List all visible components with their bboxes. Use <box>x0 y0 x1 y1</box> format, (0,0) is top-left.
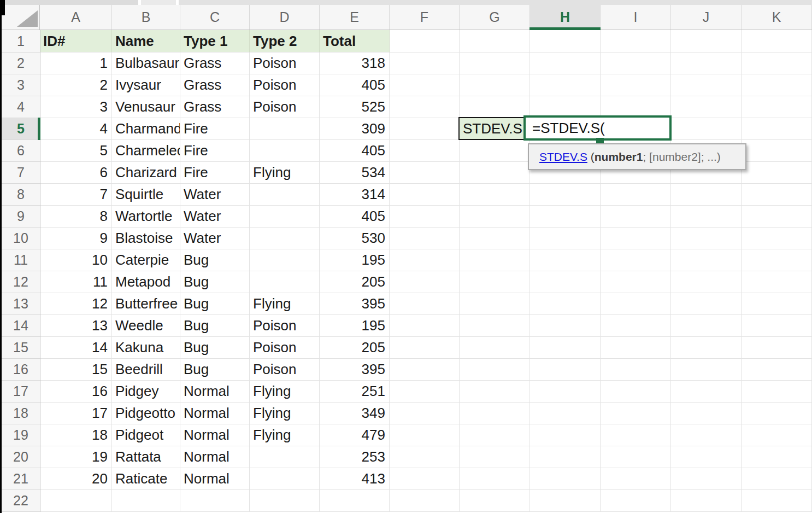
cell-J11[interactable] <box>671 249 742 271</box>
cell-H21[interactable] <box>530 468 601 490</box>
column-header-A[interactable]: A <box>40 5 112 30</box>
row-header-4[interactable]: 4 <box>2 96 40 118</box>
cell-I15[interactable] <box>601 337 671 359</box>
column-header-E[interactable]: E <box>320 5 390 30</box>
cell-E2[interactable]: 318 <box>320 53 390 74</box>
cell-D4[interactable]: Poison <box>250 96 320 118</box>
cell-I1[interactable] <box>601 30 671 53</box>
cell-I9[interactable] <box>601 206 671 228</box>
cell-E3[interactable]: 405 <box>320 74 390 96</box>
cell-G13[interactable] <box>460 293 530 315</box>
cell-B3[interactable]: Ivysaur <box>112 74 180 96</box>
cell-H8[interactable] <box>530 184 601 206</box>
cell-K1[interactable] <box>742 30 812 53</box>
cell-C1[interactable]: Type 1 <box>180 30 250 53</box>
cell-J2[interactable] <box>671 53 742 74</box>
cell-J19[interactable] <box>671 424 742 446</box>
cell-F9[interactable] <box>390 206 460 228</box>
cell-B1[interactable]: Name <box>112 30 180 53</box>
cell-K13[interactable] <box>742 293 812 315</box>
cell-C8[interactable]: Water <box>180 184 250 206</box>
row-header-10[interactable]: 10 <box>2 228 40 249</box>
cell-H11[interactable] <box>530 249 601 271</box>
cell-I12[interactable] <box>601 271 671 293</box>
cell-A13[interactable]: 12 <box>40 293 112 315</box>
cell-G3[interactable] <box>460 74 530 96</box>
cell-B11[interactable]: Caterpie <box>112 249 180 271</box>
cell-J21[interactable] <box>671 468 742 490</box>
cell-B19[interactable]: Pidgeot <box>112 424 180 446</box>
cell-H16[interactable] <box>530 359 601 381</box>
cell-J5[interactable] <box>671 118 742 140</box>
column-header-F[interactable]: F <box>390 5 460 30</box>
cell-K3[interactable] <box>742 74 812 96</box>
cell-C20[interactable]: Normal <box>180 446 250 468</box>
cell-C9[interactable]: Water <box>180 206 250 228</box>
cell-E1[interactable]: Total <box>320 30 390 53</box>
cell-D6[interactable] <box>250 140 320 162</box>
cell-F1[interactable] <box>390 30 460 53</box>
cell-J14[interactable] <box>671 315 742 337</box>
row-header-3[interactable]: 3 <box>2 74 40 96</box>
cell-D16[interactable]: Poison <box>250 359 320 381</box>
cell-A8[interactable]: 7 <box>40 184 112 206</box>
cell-D11[interactable] <box>250 249 320 271</box>
column-header-B[interactable]: B <box>112 5 180 30</box>
cell-D18[interactable]: Flying <box>250 403 320 424</box>
cell-A4[interactable]: 3 <box>40 96 112 118</box>
cell-I21[interactable] <box>601 468 671 490</box>
cell-D20[interactable] <box>250 446 320 468</box>
cell-E14[interactable]: 195 <box>320 315 390 337</box>
row-header-20[interactable]: 20 <box>2 446 40 468</box>
cell-C2[interactable]: Grass <box>180 53 250 74</box>
cell-J9[interactable] <box>671 206 742 228</box>
cell-I16[interactable] <box>601 359 671 381</box>
cell-B6[interactable]: Charmeleon <box>112 140 180 162</box>
cell-B8[interactable]: Squirtle <box>112 184 180 206</box>
cell-F10[interactable] <box>390 228 460 249</box>
cell-F20[interactable] <box>390 446 460 468</box>
cell-G15[interactable] <box>460 337 530 359</box>
cell-I18[interactable] <box>601 403 671 424</box>
row-header-13[interactable]: 13 <box>2 293 40 315</box>
cell-E22[interactable] <box>320 490 390 512</box>
cell-G14[interactable] <box>460 315 530 337</box>
cell-E8[interactable]: 314 <box>320 184 390 206</box>
cell-A15[interactable]: 14 <box>40 337 112 359</box>
cell-A3[interactable]: 2 <box>40 74 112 96</box>
cell-C12[interactable]: Bug <box>180 271 250 293</box>
cell-H1[interactable] <box>530 30 601 53</box>
cell-F19[interactable] <box>390 424 460 446</box>
cell-D3[interactable]: Poison <box>250 74 320 96</box>
cell-B13[interactable]: Butterfree <box>112 293 180 315</box>
cell-F15[interactable] <box>390 337 460 359</box>
cell-K19[interactable] <box>742 424 812 446</box>
cell-C3[interactable]: Grass <box>180 74 250 96</box>
cell-H18[interactable] <box>530 403 601 424</box>
cell-C18[interactable]: Normal <box>180 403 250 424</box>
cell-J3[interactable] <box>671 74 742 96</box>
cell-H4[interactable] <box>530 96 601 118</box>
cell-G16[interactable] <box>460 359 530 381</box>
cell-G21[interactable] <box>460 468 530 490</box>
cell-D14[interactable]: Poison <box>250 315 320 337</box>
cell-C15[interactable]: Bug <box>180 337 250 359</box>
cell-J20[interactable] <box>671 446 742 468</box>
cell-H20[interactable] <box>530 446 601 468</box>
cell-C22[interactable] <box>180 490 250 512</box>
cell-G22[interactable] <box>460 490 530 512</box>
cell-F8[interactable] <box>390 184 460 206</box>
row-header-15[interactable]: 15 <box>2 337 40 359</box>
cell-E9[interactable]: 405 <box>320 206 390 228</box>
cell-E5[interactable]: 309 <box>320 118 390 140</box>
cell-G6[interactable] <box>460 140 530 162</box>
row-header-16[interactable]: 16 <box>2 359 40 381</box>
cell-I14[interactable] <box>601 315 671 337</box>
cell-J18[interactable] <box>671 403 742 424</box>
cell-G1[interactable] <box>460 30 530 53</box>
cell-J8[interactable] <box>671 184 742 206</box>
cell-B16[interactable]: Beedrill <box>112 359 180 381</box>
cell-G7[interactable] <box>460 162 530 184</box>
cell-D15[interactable]: Poison <box>250 337 320 359</box>
cell-C10[interactable]: Water <box>180 228 250 249</box>
